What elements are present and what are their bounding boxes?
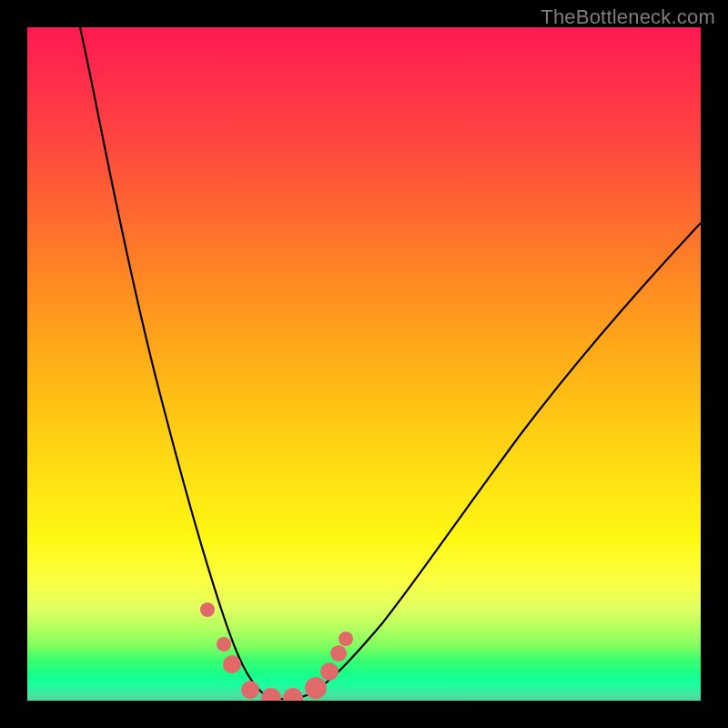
highlight-dot	[261, 688, 281, 701]
chart-svg	[27, 27, 701, 701]
highlight-dot	[320, 662, 339, 681]
highlight-dot	[217, 637, 231, 652]
bottleneck-curve	[80, 27, 701, 699]
highlight-dot	[330, 645, 347, 662]
watermark-text: TheBottleneck.com	[541, 5, 715, 29]
highlight-dot	[200, 602, 215, 617]
chart-frame: TheBottleneck.com	[0, 0, 728, 728]
highlight-dot	[241, 681, 259, 699]
highlight-dot	[283, 688, 303, 701]
highlight-dot	[339, 632, 353, 646]
highlight-dot	[305, 677, 327, 699]
plot-area	[27, 27, 701, 701]
highlight-dot	[223, 655, 241, 673]
